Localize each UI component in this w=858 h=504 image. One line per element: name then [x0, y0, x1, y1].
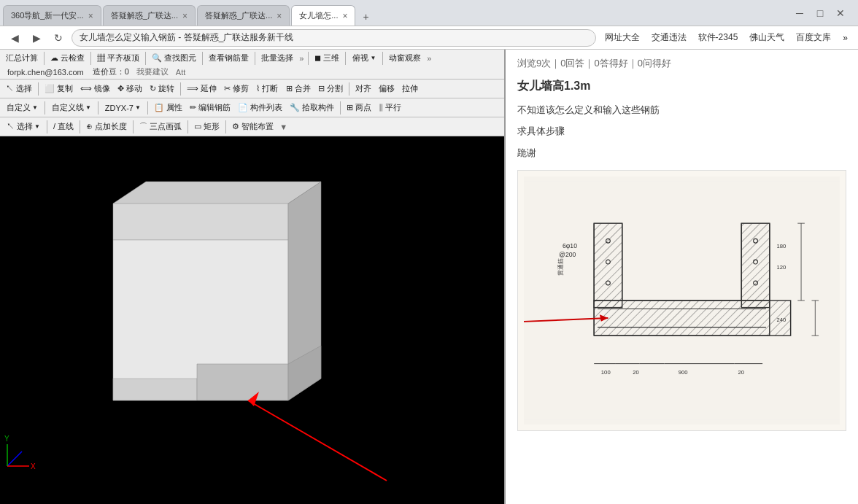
- question-desc1: 不知道该怎么定义和输入这些钢筋: [517, 101, 846, 118]
- new-tab-button[interactable]: +: [357, 8, 374, 26]
- svg-rect-19: [741, 223, 769, 307]
- tb-rectangle[interactable]: ▭ 矩形: [191, 120, 223, 133]
- tb-batch-select[interactable]: 批量选择: [258, 52, 296, 64]
- tb-custom1[interactable]: 自定义▼: [3, 101, 42, 115]
- sep18: [133, 120, 134, 133]
- tb-merge[interactable]: ⊞ 合并: [283, 82, 314, 95]
- user-email: forpk.chen@163.com: [3, 68, 88, 77]
- tb-edit-rebar[interactable]: ✏ 编辑钢筋: [187, 101, 233, 114]
- svg-text:240: 240: [776, 317, 786, 323]
- att-btn[interactable]: Att: [173, 68, 188, 77]
- nav-traffic[interactable]: 交通违法: [647, 30, 691, 45]
- tb-offset[interactable]: 偏移: [376, 82, 398, 95]
- tb-dyn-observe[interactable]: 动窗观察: [386, 52, 424, 64]
- cad-toolbar-row1: 汇总计算 ☁ 云检查 ▦ 平齐板顶 🔍 查找图元 查看钢筋量 批量选择 » ◼ …: [0, 50, 504, 80]
- refresh-button[interactable]: ↻: [50, 29, 67, 47]
- tb-select2[interactable]: ↖ 选择▼: [3, 120, 44, 133]
- nav-wangzhi[interactable]: 网址大全: [600, 30, 644, 45]
- close-button[interactable]: ✕: [832, 4, 849, 22]
- stats-text: 浏览9次｜0回答｜0答得好｜0问得好: [517, 58, 671, 69]
- tb-copy[interactable]: ⬜ 复制: [42, 82, 76, 95]
- tb-view-rebar[interactable]: 查看钢筋量: [206, 52, 252, 64]
- tb-mirror[interactable]: ⟺ 镜像: [77, 82, 113, 95]
- tb-split[interactable]: ⊟ 分割: [315, 82, 346, 95]
- tb-move[interactable]: ✥ 移动: [115, 82, 145, 95]
- tb-two-points[interactable]: ⊞ 两点: [344, 101, 374, 114]
- svg-marker-1: [113, 203, 288, 240]
- tb-leveltop[interactable]: ▦ 平齐板顶: [94, 52, 142, 64]
- tab-gld1[interactable]: 答疑解惑_广联达... ×: [103, 5, 196, 26]
- tb-custom-line[interactable]: 自定义线▼: [48, 101, 95, 115]
- tb-3d[interactable]: ◼ 三维: [312, 52, 342, 64]
- tb-align[interactable]: 对齐: [352, 82, 374, 95]
- tb-more3[interactable]: ▼: [278, 122, 289, 132]
- tb-parallel[interactable]: ∥ 平行: [376, 101, 404, 114]
- tab-360[interactable]: 360导航_新一代安... ×: [3, 5, 101, 26]
- cad-toolbar-row4: ↖ 选择▼ / 直线 ⊕ 点加长度 ⌒ 三点画弧 ▭ 矩形 ⚙ 智能布置 ▼: [0, 117, 504, 136]
- svg-text:Y: Y: [4, 435, 9, 443]
- tb-3point-arc[interactable]: ⌒ 三点画弧: [136, 120, 185, 133]
- tb-smart-layout[interactable]: ⚙ 智能布置: [229, 120, 277, 133]
- tb-extend[interactable]: ⟹ 延伸: [184, 82, 220, 95]
- svg-text:100: 100: [601, 369, 611, 376]
- tb-rotate[interactable]: ↻ 旋转: [147, 82, 177, 95]
- nav-more[interactable]: »: [838, 31, 852, 44]
- tb-summary-calc[interactable]: 汇总计算: [3, 52, 41, 64]
- sep10: [180, 82, 181, 96]
- tb-pick-component[interactable]: 🔧 拾取构件: [287, 101, 337, 114]
- tb-trim[interactable]: ✂ 修剪: [221, 82, 252, 95]
- sep7: [345, 52, 346, 65]
- nav-baidu[interactable]: 百度文库: [792, 30, 835, 45]
- address-input[interactable]: [72, 29, 596, 47]
- stats-bar: 浏览9次｜0回答｜0答得好｜0问得好: [517, 57, 846, 70]
- tab-label: 答疑解惑_广联达...: [205, 10, 272, 21]
- tab-label: 女儿墙怎...: [299, 10, 338, 21]
- tb-break[interactable]: ⌇ 打断: [253, 82, 281, 95]
- svg-text:X: X: [31, 462, 36, 470]
- svg-text:@200: @200: [559, 252, 576, 259]
- tab-close-gld2[interactable]: ×: [277, 11, 282, 21]
- cad-panel: 汇总计算 ☁ 云检查 ▦ 平齐板顶 🔍 查找图元 查看钢筋量 批量选择 » ◼ …: [0, 50, 506, 504]
- tb-stretch[interactable]: 拉伸: [399, 82, 421, 95]
- browser-tab-bar: 360导航_新一代安... × 答疑解惑_广联达... × 答疑解惑_广联达..…: [0, 0, 858, 26]
- svg-text:20: 20: [633, 369, 639, 376]
- tb-line[interactable]: / 直线: [50, 120, 77, 133]
- tb-cloud-check[interactable]: ☁ 云检查: [47, 52, 88, 64]
- cad-viewport[interactable]: X Y: [0, 136, 504, 504]
- sep6: [308, 52, 309, 65]
- sep8: [382, 52, 383, 65]
- sep19: [188, 120, 188, 133]
- tb-point-length[interactable]: ⊕ 点加长度: [83, 120, 130, 133]
- question-desc3: 跪谢: [517, 144, 846, 161]
- browser-window-controls: ─ □ ✕: [785, 4, 855, 22]
- maximize-button[interactable]: □: [811, 4, 829, 22]
- tab-label: 360导航_新一代安...: [11, 10, 84, 21]
- feedback-btn[interactable]: 我要建议: [134, 66, 171, 77]
- nav-software[interactable]: 软件-2345: [694, 30, 743, 45]
- nav-bookmarks: 网址大全 交通违法 软件-2345 佛山天气 百度文库 »: [600, 30, 852, 45]
- structural-drawing-svg: 6φ10 @200 100 20 900 20: [524, 177, 840, 424]
- svg-text:180: 180: [776, 243, 786, 249]
- tb-select[interactable]: ↖ 选择: [3, 82, 35, 95]
- minimize-button[interactable]: ─: [791, 4, 808, 22]
- tb-more1[interactable]: »: [298, 53, 305, 63]
- forward-button[interactable]: ▶: [28, 29, 45, 47]
- sep13: [98, 101, 98, 115]
- nav-weather[interactable]: 佛山天气: [745, 30, 789, 45]
- svg-text:贯通筋: 贯通筋: [557, 258, 564, 276]
- back-button[interactable]: ◀: [6, 29, 23, 47]
- tb-zdyx7[interactable]: ZDYX-7▼: [101, 102, 144, 114]
- tb-view-dropdown[interactable]: 俯视▼: [349, 51, 379, 65]
- tb-find-elem[interactable]: 🔍 查找图元: [149, 52, 199, 64]
- sep20: [225, 120, 226, 133]
- tb-properties[interactable]: 📋 属性: [151, 101, 185, 114]
- tb-more2[interactable]: »: [425, 53, 433, 63]
- tab-gld2[interactable]: 答疑解惑_广联达... ×: [197, 5, 290, 26]
- tab-close-nvqiang[interactable]: ×: [342, 11, 347, 21]
- sep15: [340, 101, 341, 115]
- tab-close-gld1[interactable]: ×: [182, 11, 188, 21]
- tab-close-360[interactable]: ×: [88, 11, 93, 21]
- svg-text:20: 20: [738, 369, 744, 376]
- tab-nvqiang[interactable]: 女儿墙怎... ×: [291, 5, 355, 26]
- tb-component-list[interactable]: 📄 构件列表: [235, 101, 285, 114]
